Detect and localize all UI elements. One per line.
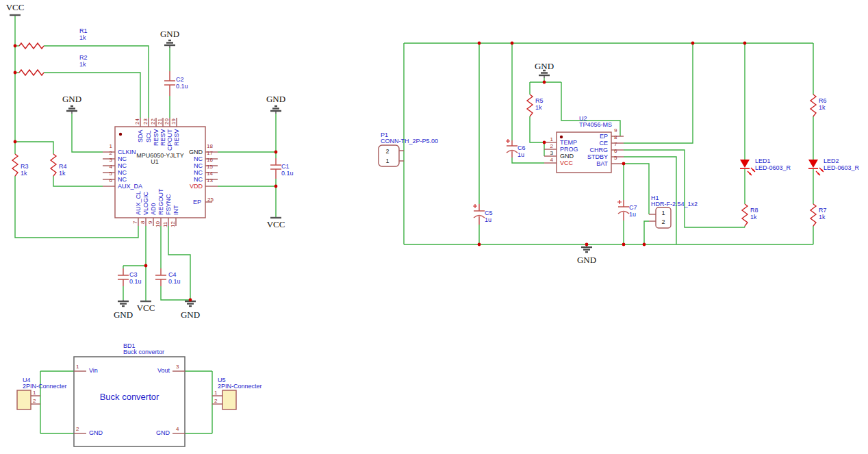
- led2-symbol: [808, 160, 824, 175]
- u5-body: [222, 390, 236, 409]
- bd1-pin2-number: 2: [76, 426, 79, 433]
- u1-bottom-pin-name-fsync: FSYNC: [165, 194, 172, 215]
- u1-top-pin-num-24: 24: [134, 118, 141, 125]
- p1-part: CONN-TH_2P-P5.00: [381, 138, 438, 144]
- vcc-label-vlogic: VCC: [133, 303, 158, 312]
- c6-value: 1u: [518, 151, 524, 158]
- u1-bottom-pin-name-regout: REGOUT: [157, 188, 164, 215]
- schematic-graphics: [0, 0, 868, 454]
- u1-bottom-pin-num-9: 9: [147, 221, 154, 224]
- u5-pin2-number: 2: [214, 398, 217, 405]
- gnd-label-r5: GND: [532, 62, 557, 71]
- schematic-canvas[interactable]: VCC GND GND GND VCC VCC GND GND GND GND …: [0, 0, 868, 454]
- r3-ref: R3: [21, 163, 29, 170]
- led1-symbol: [740, 160, 755, 175]
- u1-bottom-pin-name-int: INT: [173, 205, 179, 216]
- gnd-symbol-rail: [581, 247, 592, 252]
- bd1-pin3-name: Vout: [146, 367, 170, 374]
- bd1-pin3-number: 3: [176, 364, 179, 370]
- c5-ref: C5: [485, 210, 493, 216]
- r4-ref: R4: [59, 163, 67, 170]
- c4-value: 0.1u: [168, 278, 181, 285]
- led1-part: LED-0603_R: [755, 164, 791, 171]
- u1-bottom-pin-num-7: 7: [132, 221, 139, 224]
- u1-bottom-pin-name-auxcl: AUX_CL: [135, 191, 142, 215]
- r8-value: 1k: [750, 214, 757, 220]
- bd1-title: Buck convertor: [74, 392, 185, 402]
- gnd-symbol-c3: [118, 300, 129, 306]
- u2-right-pin-numbers: 98 76 5: [614, 127, 617, 162]
- bd1-pin4-number: 4: [176, 426, 179, 433]
- u1-left-pin-numbers: 12 34 56: [101, 143, 112, 184]
- resistor-r7: [810, 204, 816, 226]
- gnd-label-rail: GND: [574, 255, 599, 264]
- u1-bottom-pin-num-11: 11: [162, 222, 169, 227]
- bd1-pin2-name: GND: [89, 429, 103, 436]
- u2-part: TP4056-MS: [579, 121, 612, 128]
- capacitor-c3: [118, 268, 129, 286]
- u1-bottom-pin-num-12: 12: [170, 221, 177, 227]
- capacitor-c7: [617, 200, 629, 220]
- u1-top-pin-num-19: 19: [170, 118, 177, 125]
- u5-part: 2PIN-Connecter: [218, 383, 262, 390]
- capacitor-c4: [155, 268, 166, 286]
- r6-value: 1k: [819, 104, 826, 111]
- capacitor-c5: [473, 204, 485, 225]
- gnd-symbol-mid: [66, 106, 77, 114]
- u1-top-pin-name-resv21: RESV: [159, 129, 166, 146]
- c1-ref: C1: [281, 163, 290, 170]
- c3-ref: C3: [129, 271, 138, 278]
- capacitor-c1: [270, 158, 281, 179]
- bd1-pin4-name: GND: [146, 429, 170, 436]
- u4-part: 2PIN-Connecter: [23, 383, 67, 390]
- c1-value: 0.1u: [281, 170, 294, 177]
- resistor-r3: [12, 154, 18, 176]
- c7-ref: C7: [629, 204, 637, 211]
- gnd-label-c2: GND: [157, 29, 182, 38]
- u1-ep-number: 25: [207, 197, 214, 203]
- u1-top-pin-name-sda: SDA: [137, 129, 144, 142]
- u1-right-pin-numbers: 1817 1615 1413: [207, 143, 213, 184]
- resistor-r2: [19, 70, 44, 75]
- vcc-label-c1: VCC: [264, 220, 288, 229]
- u1-top-pin-num-22: 22: [150, 118, 157, 125]
- u1-top-pin-name-scl: SCL: [145, 130, 152, 142]
- c4-ref: C4: [168, 271, 177, 278]
- u1-top-pin-name-cpout: CPOUT: [166, 129, 173, 151]
- power-symbols[interactable]: [10, 15, 592, 306]
- r1-ref: R1: [79, 27, 88, 34]
- c2-ref: C2: [176, 76, 184, 83]
- resistor-r4: [51, 154, 56, 176]
- gnd-symbol-c2: [164, 40, 175, 48]
- resistor-r1: [19, 43, 44, 49]
- u2-left-pin-numbers: 12 34: [542, 136, 553, 164]
- gnd-label-c4: GND: [178, 310, 203, 319]
- c6-ref: C6: [518, 144, 526, 151]
- p1-pin-numbers: 2 1: [382, 147, 393, 166]
- u1-top-pin-name-resv19: RESV: [173, 129, 180, 146]
- u1-top-pin-num-20: 20: [164, 118, 170, 125]
- u1-left-pin-names: CLKINNC NCNC NCAUX_DA: [118, 149, 142, 190]
- c3-value: 0.1u: [129, 278, 142, 285]
- r5-ref: R5: [535, 97, 544, 104]
- bd1-pin1-name: Vin: [89, 367, 98, 374]
- u1-bottom-pin-name-ad0: AD0: [150, 203, 157, 215]
- h1-pin-numbers: 1 2: [658, 209, 669, 227]
- r5-value: 1k: [535, 104, 542, 111]
- led2-ref: LED2: [824, 157, 839, 164]
- led1-ref: LED1: [755, 157, 771, 164]
- led2-part: LED-0603_R: [824, 164, 859, 171]
- u1-ep-name: EP: [193, 199, 201, 205]
- gnd-symbol-c1: [270, 106, 281, 114]
- u1-right-pin-names: GNDNC NCNC NCVDD: [156, 149, 203, 190]
- u2-right-pin-names: EPCE CHRGSTDBY BAT: [560, 133, 608, 167]
- r2-value: 1k: [79, 61, 86, 68]
- capacitor-c6: [506, 139, 518, 157]
- c2-value: 0.1u: [176, 83, 188, 90]
- resistor-r5: [527, 94, 533, 116]
- u4-pin2-number: 2: [33, 398, 36, 405]
- u1-bottom-pin-name-vlogic: VLOGIC: [142, 192, 149, 215]
- u1-bottom-pin-num-8: 8: [140, 221, 146, 224]
- r4-value: 1k: [59, 170, 66, 177]
- gnd-symbol-r5: [539, 71, 550, 78]
